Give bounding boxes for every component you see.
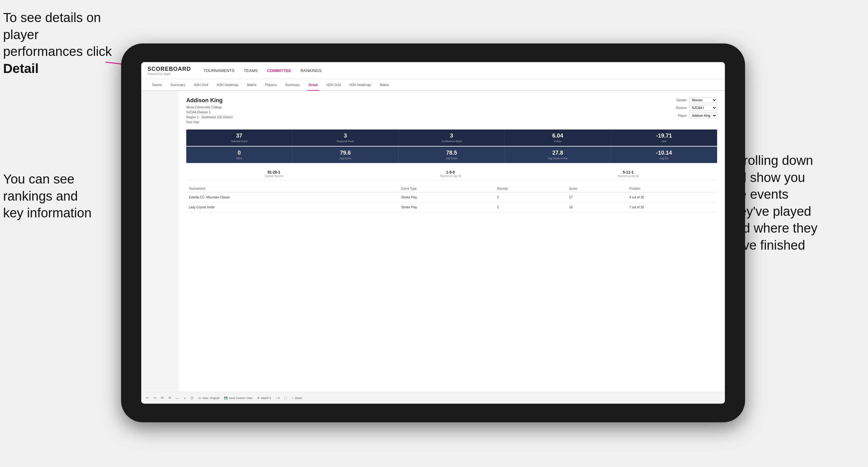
cell-event-type: Stroke Play xyxy=(399,203,495,212)
refresh-icon: ⟳ xyxy=(161,396,164,400)
nav-item-committee[interactable]: COMMITTEE xyxy=(267,68,291,73)
toolbar-view-original[interactable]: ⊡ View: Original xyxy=(198,397,219,400)
subnav-detail[interactable]: Detail xyxy=(307,80,319,91)
col-position: Position xyxy=(627,185,717,192)
stat-avg-sg: -10.14 Avg SG xyxy=(611,147,717,163)
toolbar-timer[interactable]: ⏱ xyxy=(190,396,194,400)
filter-row-player: Player Addison King xyxy=(678,113,717,119)
cell-event-type: Stroke Play xyxy=(399,192,495,203)
toolbar-plus[interactable]: + xyxy=(184,396,186,400)
cell-position: 7 out of 20 xyxy=(627,203,717,212)
stat-points-value: 6.04 xyxy=(507,132,608,139)
back-icon: ⟲ xyxy=(168,396,171,400)
content-panel: Addison King Mesa Community College NJCA… xyxy=(179,91,725,392)
plus-icon: + xyxy=(184,396,186,400)
nav-item-tournaments[interactable]: TOURNAMENTS xyxy=(203,68,235,73)
layout-icon: □ ▾ xyxy=(276,397,280,400)
player-filters: Gender Women Men Division NJCAA I NJCAA … xyxy=(676,97,717,125)
cell-rounds: 2 xyxy=(495,203,566,212)
toolbar-refresh[interactable]: ⟳ xyxy=(161,396,164,400)
toolbar-watch[interactable]: 👁 Watch ▾ xyxy=(257,397,271,400)
subnav-h2hheatmap2[interactable]: H2H Heatmap xyxy=(348,80,373,91)
stat-regional-rank-value: 3 xyxy=(295,132,396,139)
player-label: Player xyxy=(678,114,687,117)
gender-label: Gender xyxy=(677,98,687,102)
stat-conference-rank-label: Conference Rank xyxy=(401,140,502,143)
watch-label: Watch ▾ xyxy=(261,397,271,400)
cell-score: 16 xyxy=(566,203,627,212)
stat-national-rank-value: 37 xyxy=(189,132,290,139)
tournament-table: Tournament Event Type Rounds Score Posit… xyxy=(186,185,717,212)
toolbar-save-custom[interactable]: 💾 Save Custom View xyxy=(224,397,252,400)
subnav-summary[interactable]: Summary xyxy=(169,80,186,91)
player-division: NJCAA Division 1 xyxy=(186,110,233,115)
subnav-matrix2[interactable]: Matrix xyxy=(378,80,390,91)
table-row: Lady Coyote Invite Stroke Play 2 16 7 ou… xyxy=(186,203,717,212)
annotation-topleft-text: To see details on player performances cl… xyxy=(3,10,112,59)
stat-conference-rank: 3 Conference Rank xyxy=(399,129,505,146)
logo-sub: Powered by clippd xyxy=(148,72,191,75)
toolbar-minus[interactable]: — xyxy=(176,396,179,400)
annotation-bottomleft: You can see rankings and key information xyxy=(3,171,121,222)
records-row: 91-20-1 Overall Record 1-5-0 Record vs t… xyxy=(186,168,717,180)
table-header-row: Tournament Event Type Rounds Score Posit… xyxy=(186,185,717,192)
annotation-topleft: To see details on player performances cl… xyxy=(3,9,121,77)
record-overall-label: Overall Record xyxy=(265,175,283,178)
toolbar-fullscreen[interactable]: ⛶ xyxy=(284,397,287,400)
cell-score: 17 xyxy=(566,192,627,203)
stat-avg-sg-label: Avg SG xyxy=(614,157,715,160)
stat-points: 6.04 Points xyxy=(505,129,611,146)
main-content: Addison King Mesa Community College NJCA… xyxy=(141,91,725,392)
stat-adj-score: 78.5 Adj Score xyxy=(399,147,505,163)
toolbar-layout[interactable]: □ ▾ xyxy=(276,397,280,400)
stat-avg-score-par-label: Avg Score to Par xyxy=(507,157,608,160)
record-top25: 1-5-0 Record vs top 25 xyxy=(440,170,461,178)
toolbar-back[interactable]: ⟲ xyxy=(168,396,171,400)
view-original-label: View: Original xyxy=(202,397,219,400)
col-rounds: Rounds xyxy=(495,185,566,192)
stat-points-label: Points xyxy=(507,140,608,143)
col-tournament: Tournament xyxy=(186,185,399,192)
toolbar-redo[interactable]: ↪ xyxy=(153,396,156,400)
subnav-teams[interactable]: Teams xyxy=(151,80,163,91)
player-region: Region 1 - Southwest (18) District xyxy=(186,115,233,120)
cell-tournament: Estrella CC- Mountain Classic xyxy=(186,192,399,203)
record-top50-value: 5-11-1 xyxy=(618,170,639,175)
watch-icon: 👁 xyxy=(257,397,260,400)
player-year: First Year xyxy=(186,120,233,125)
annotation-bl2: rankings and xyxy=(3,189,78,204)
subnav-matrix[interactable]: Matrix xyxy=(246,80,258,91)
subnav-players[interactable]: Players xyxy=(264,80,278,91)
save-custom-label: Save Custom View xyxy=(229,397,252,400)
nav-item-rankings[interactable]: RANKINGS xyxy=(301,68,321,73)
subnav-summary2[interactable]: Summary xyxy=(284,80,301,91)
logo-title: SCOREBOARD xyxy=(148,66,191,72)
record-overall: 91-20-1 Overall Record xyxy=(265,170,283,178)
cell-rounds: 2 xyxy=(495,192,566,203)
record-top25-label: Record vs top 25 xyxy=(440,175,461,178)
toolbar-undo[interactable]: ↩ xyxy=(146,396,149,400)
scoreboard-logo: SCOREBOARD Powered by clippd xyxy=(148,66,191,75)
stat-regional-rank: 3 Regional Rank xyxy=(292,129,399,146)
stat-regional-rank-label: Regional Rank xyxy=(295,140,396,143)
annotation-bl3: key information xyxy=(3,206,92,220)
cell-position: 4 out of 20 xyxy=(627,192,717,203)
subnav-h2hheatmap[interactable]: H2H Heatmap xyxy=(215,80,240,91)
stat-sos-label: SoS xyxy=(614,140,715,143)
stat-sos-value: -19.71 xyxy=(614,132,715,139)
undo-icon: ↩ xyxy=(146,396,149,400)
toolbar-share[interactable]: ⤴ Share xyxy=(292,397,302,400)
tablet-shell: SCOREBOARD Powered by clippd TOURNAMENTS… xyxy=(121,43,745,422)
player-select[interactable]: Addison King xyxy=(689,113,717,119)
filter-row-gender: Gender Women Men xyxy=(677,97,717,103)
gender-select[interactable]: Women Men xyxy=(689,97,717,103)
minus-icon: — xyxy=(176,396,179,400)
nav-item-teams[interactable]: TEAMS xyxy=(244,68,258,73)
stat-avg-sg-value: -10.14 xyxy=(614,150,715,156)
stats-grid-row2: 0 Wins 79.6 Avg Score 78.5 Adj Score 27.… xyxy=(186,147,717,163)
subnav-h2hgrid[interactable]: H2H Grid xyxy=(192,80,209,91)
stat-avg-score-par: 27.8 Avg Score to Par xyxy=(505,147,611,163)
record-overall-value: 91-20-1 xyxy=(265,170,283,175)
division-select[interactable]: NJCAA I NJCAA II xyxy=(689,105,717,111)
subnav-h2hgrid2[interactable]: H2H Grid xyxy=(326,80,342,91)
